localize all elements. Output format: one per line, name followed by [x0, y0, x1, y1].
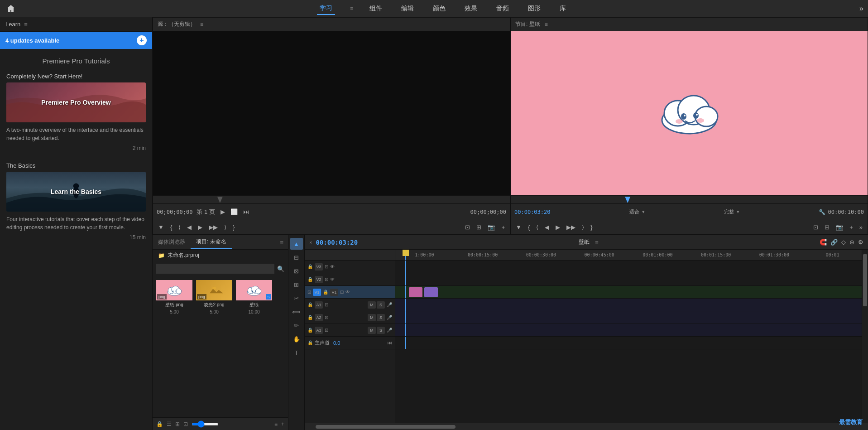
program-fit-label[interactable]: 适合 [629, 208, 639, 215]
source-overwrite-btn[interactable]: ⊞ [475, 223, 483, 232]
menu-audio[interactable]: 音频 [494, 3, 512, 14]
track-a1-lock[interactable]: 🔒 [307, 302, 313, 307]
home-button[interactable] [5, 2, 17, 15]
track-a2-m[interactable]: M [368, 314, 376, 321]
prog-lift-btn[interactable]: ⊡ [812, 223, 820, 232]
menu-color[interactable]: 颜色 [430, 3, 448, 14]
timeline-scrollbar[interactable] [305, 423, 868, 430]
media-item-sequence[interactable]: S 壁纸 10:00 [236, 280, 272, 314]
right-scrollbar[interactable] [862, 250, 868, 423]
track-a3-mic[interactable]: 🎤 [387, 328, 392, 333]
source-mark-point-btn[interactable]: ▼ [157, 223, 165, 232]
more-menus-button[interactable]: » [859, 5, 863, 13]
updates-plus-button[interactable]: + [137, 35, 147, 45]
track-a3-m[interactable]: M [368, 327, 376, 334]
track-v2-eye[interactable]: 👁 [330, 277, 335, 282]
tool-slip[interactable]: ⟺ [290, 306, 303, 318]
track-row-v3[interactable] [395, 261, 862, 273]
track-v1-eye[interactable]: 👁 [345, 290, 350, 295]
track-a3-btn[interactable]: A3 [315, 327, 323, 334]
track-v2-btn[interactable]: V2 [315, 276, 323, 283]
prog-out-btn[interactable]: } [589, 223, 594, 232]
footer-lock-icon[interactable]: 🔒 [156, 421, 163, 427]
track-row-a1[interactable] [395, 299, 862, 311]
tl-marker-icon[interactable]: ◇ [841, 239, 846, 246]
timeline-close-btn[interactable]: × [309, 240, 312, 245]
timeline-ruler[interactable]: 1:00:00 00:00:15:00 00:00:30:00 00:00:45… [395, 250, 862, 261]
project-search-input[interactable] [156, 264, 274, 274]
tab-project[interactable]: 项目: 未命名 [191, 235, 232, 249]
tool-hand[interactable]: ✋ [290, 333, 303, 345]
prog-mark-btn[interactable]: ▼ [514, 223, 523, 232]
zoom-slider[interactable] [192, 423, 219, 425]
timeline-scrollbar-thumb[interactable] [316, 425, 456, 429]
menu-graphics[interactable]: 图形 [525, 3, 543, 14]
program-fit-dropdown[interactable]: ▾ [642, 209, 645, 215]
tool-text[interactable]: T [290, 347, 303, 358]
prog-more-btn[interactable]: » [858, 223, 864, 232]
track-v1-label[interactable]: V1 [330, 289, 338, 296]
track-a2-lock[interactable]: 🔒 [307, 315, 313, 320]
tutorial-card-basics[interactable]: Learn the Basics Four interactive tutori… [0, 172, 152, 246]
program-wrench-icon[interactable]: 🔧 [819, 209, 825, 215]
tl-snap-icon[interactable]: 🧲 [820, 239, 827, 246]
track-v3-settings[interactable]: ⊡ [325, 264, 328, 269]
footer-list-icon[interactable]: ☰ [167, 421, 172, 427]
menu-library[interactable]: 库 [557, 3, 569, 14]
source-next-frame-btn[interactable]: ▶▶ [207, 223, 219, 232]
menu-components[interactable]: 组件 [367, 3, 385, 14]
track-row-a2[interactable] [395, 311, 862, 324]
search-icon[interactable]: 🔍 [277, 266, 284, 272]
scrollbar-thumb[interactable] [863, 254, 867, 306]
track-v1-btn[interactable]: V1 [313, 289, 321, 296]
tab-media-browser[interactable]: 媒体浏览器 [153, 236, 191, 249]
tool-roll[interactable]: ⊞ [290, 279, 303, 290]
track-a1-m[interactable]: M [368, 301, 376, 309]
footer-new-item-icon[interactable]: + [281, 421, 284, 427]
clip-v1-2[interactable] [424, 287, 438, 297]
track-a1-mic[interactable]: 🎤 [387, 302, 392, 307]
source-next-btn[interactable]: ▶ [219, 208, 226, 216]
track-a2-settings[interactable]: ⊡ [325, 315, 328, 320]
prog-add-btn[interactable]: + [848, 223, 854, 232]
tl-link-icon[interactable]: 🔗 [830, 239, 838, 246]
prog-extract-btn[interactable]: ⊞ [823, 223, 831, 232]
source-step-1-btn[interactable]: ⟨ [177, 223, 182, 232]
track-v3-eye[interactable]: 👁 [330, 264, 335, 269]
tl-settings-icon[interactable]: ⚙ [858, 239, 863, 246]
track-a2-btn[interactable]: A2 [315, 314, 323, 321]
track-row-v2[interactable] [395, 273, 862, 286]
track-v1-lock[interactable]: 🔒 [323, 290, 328, 295]
learn-panel-menu-icon[interactable]: ≡ [24, 21, 28, 28]
source-mark-in-btn[interactable]: ⬜ [229, 208, 239, 216]
track-master-begin[interactable]: ⏮ [388, 340, 392, 345]
footer-sort-icon[interactable]: ≡ [274, 421, 278, 427]
prog-step-1-btn[interactable]: ⟨ [535, 223, 540, 232]
prog-play-btn[interactable]: ▶ [554, 223, 561, 232]
program-quality-label[interactable]: 完整 [724, 208, 734, 215]
prog-in-btn[interactable]: { [527, 223, 531, 232]
tl-add-marker-icon[interactable]: ⊕ [849, 239, 854, 246]
track-a2-s[interactable]: S [377, 314, 385, 321]
track-v3-lock[interactable]: 🔒 [307, 264, 313, 269]
track-v2-lock[interactable]: 🔒 [307, 277, 313, 282]
prog-prev-frame-btn[interactable]: ◀ [543, 223, 551, 232]
project-panel-menu[interactable]: ≡ [275, 239, 288, 246]
footer-auto-icon[interactable]: ⊡ [183, 421, 188, 427]
menu-effects[interactable]: 效果 [462, 3, 480, 14]
tool-pen[interactable]: ✏ [290, 319, 303, 331]
prog-camera-btn[interactable]: 📷 [834, 223, 844, 232]
track-a3-s[interactable]: S [377, 327, 385, 334]
prog-next-frame-btn[interactable]: ▶▶ [565, 223, 577, 232]
source-prev-frame-btn[interactable]: ◀ [186, 223, 193, 232]
prog-step-2-btn[interactable]: ⟩ [580, 223, 585, 232]
track-v1-sync[interactable]: ⊡ [307, 290, 311, 295]
tutorial-card-overview[interactable]: Premiere Pro Overview A two-minute overv… [0, 82, 152, 157]
source-in-btn[interactable]: { [169, 223, 173, 232]
menu-edit[interactable]: 编辑 [398, 3, 417, 14]
source-scrubber[interactable] [153, 195, 510, 203]
program-monitor-menu[interactable]: ≡ [545, 21, 548, 28]
media-item-lingang[interactable]: png 凌光2.png 5:00 [196, 280, 232, 314]
track-a3-settings[interactable]: ⊡ [325, 328, 328, 333]
tool-track-select[interactable]: ⊟ [290, 251, 303, 263]
